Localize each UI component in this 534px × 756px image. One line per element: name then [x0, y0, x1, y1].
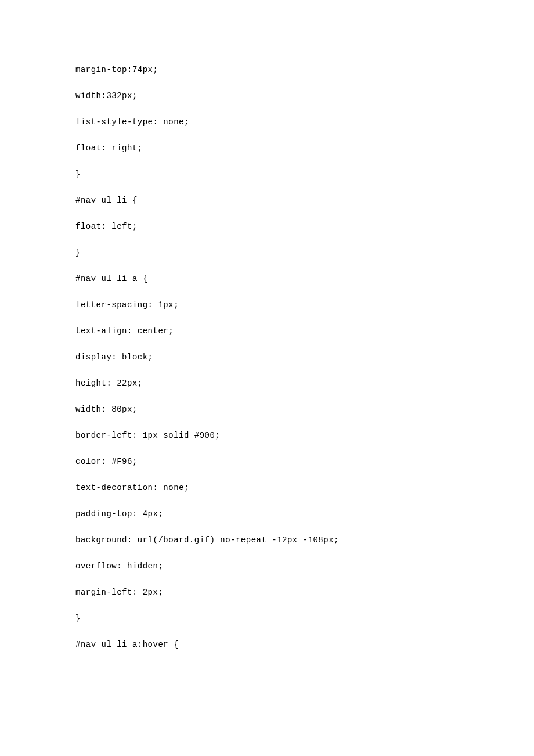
code-line: display: block; [75, 351, 459, 363]
code-line: height: 22px; [75, 377, 459, 390]
code-line: list-style-type: none; [75, 116, 459, 128]
code-line: #nav ul li a { [75, 273, 459, 285]
code-line: #nav ul li { [75, 195, 459, 207]
code-line: overflow: hidden; [75, 560, 459, 573]
code-line: text-align: center; [75, 325, 459, 337]
code-line: letter-spacing: 1px; [75, 299, 459, 311]
code-line: width:332px; [75, 90, 459, 102]
code-line: border-left: 1px solid #900; [75, 430, 459, 442]
code-line: margin-left: 2px; [75, 586, 459, 599]
code-line: #nav ul li a:hover { [75, 639, 459, 651]
code-line: padding-top: 4px; [75, 508, 459, 520]
code-line: width: 80px; [75, 404, 459, 416]
code-line: } [75, 613, 459, 625]
code-line: margin-top:74px; [75, 64, 459, 76]
code-block: margin-top:74px; width:332px; list-style… [75, 64, 459, 651]
code-line: float: right; [75, 142, 459, 154]
code-line: float: left; [75, 221, 459, 233]
code-line: } [75, 168, 459, 181]
code-line: } [75, 247, 459, 259]
code-line: background: url(/board.gif) no-repeat -1… [75, 534, 459, 546]
code-line: color: #F96; [75, 456, 459, 468]
code-line: text-decoration: none; [75, 482, 459, 494]
